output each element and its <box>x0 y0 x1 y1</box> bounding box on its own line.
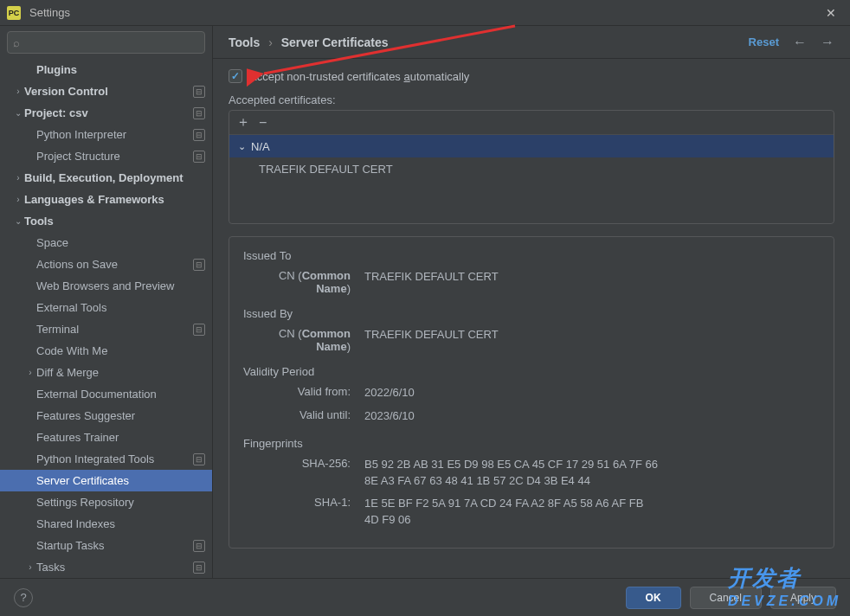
sidebar-item-python-integrated-tools[interactable]: Python Integrated Tools⊟ <box>0 448 212 470</box>
sidebar-item-label: Python Interpreter <box>36 128 190 141</box>
sidebar-item-server-certificates[interactable]: Server Certificates <box>0 470 212 491</box>
content-area: Accept non-trusted certificates automati… <box>213 59 850 578</box>
sidebar-item-label: Actions on Save <box>36 258 190 271</box>
app-icon: PC <box>7 6 21 20</box>
modified-icon: ⊟ <box>193 129 205 141</box>
accept-nontrusted-row[interactable]: Accept non-trusted certificates automati… <box>229 69 834 83</box>
search-field[interactable] <box>23 36 199 48</box>
sidebar-item-label: External Tools <box>36 301 205 314</box>
sidebar-item-diff-merge[interactable]: ›Diff & Merge <box>0 362 212 383</box>
cert-toolbar: ＋ − <box>229 111 834 135</box>
sidebar-item-label: Code With Me <box>36 344 205 357</box>
sidebar-item-code-with-me[interactable]: Code With Me <box>0 340 212 362</box>
ok-button[interactable]: OK <box>626 587 681 609</box>
sidebar: ⌕ Plugins›Version Control⊟⌄Project: csv⊟… <box>0 26 213 578</box>
cert-group-header[interactable]: ⌄ N/A <box>229 135 834 157</box>
sidebar-item-space[interactable]: Space <box>0 232 212 253</box>
sha1-value: 1E 5E BF F2 5A 91 7A CD 24 FA A2 8F A5 5… <box>364 496 659 529</box>
sha1-label: SHA-1: <box>243 496 364 529</box>
sidebar-item-project-structure[interactable]: Project Structure⊟ <box>0 145 212 167</box>
close-icon[interactable]: ✕ <box>819 3 843 23</box>
expander-icon: ⌄ <box>12 216 24 226</box>
valid-until-value: 2023/6/10 <box>364 408 659 425</box>
expander-icon: › <box>24 562 36 572</box>
issued-by-cn-value: TRAEFIK DEFAULT CERT <box>364 327 659 353</box>
breadcrumb-leaf: Server Certificates <box>281 35 389 49</box>
sidebar-item-build-execution-deployment[interactable]: ›Build, Execution, Deployment <box>0 167 212 189</box>
expander-icon: › <box>24 368 36 377</box>
modified-icon: ⊟ <box>193 151 205 163</box>
accept-nontrusted-checkbox[interactable] <box>229 69 242 83</box>
expander-icon: ⌄ <box>12 108 24 118</box>
expander-icon: › <box>12 173 24 183</box>
modified-icon: ⊟ <box>193 86 205 98</box>
sha256-label: SHA-256: <box>243 457 364 490</box>
sidebar-item-external-tools[interactable]: External Tools <box>0 297 212 318</box>
breadcrumb: Tools › Server Certificates <box>229 35 389 49</box>
expander-icon: › <box>12 195 24 204</box>
cancel-button[interactable]: Cancel <box>690 587 762 609</box>
sidebar-item-label: Settings Repository <box>36 496 205 509</box>
sidebar-item-actions-on-save[interactable]: Actions on Save⊟ <box>0 253 212 275</box>
valid-from-label: Valid from: <box>243 385 364 401</box>
sidebar-item-languages-frameworks[interactable]: ›Languages & Frameworks <box>0 189 212 210</box>
cert-row[interactable]: TRAEFIK DEFAULT CERT <box>229 157 834 180</box>
sidebar-item-python-interpreter[interactable]: Python Interpreter⊟ <box>0 124 212 145</box>
chevron-down-icon: ⌄ <box>238 141 246 152</box>
sidebar-item-tasks[interactable]: ›Tasks⊟ <box>0 556 212 578</box>
sidebar-item-label: Features Suggester <box>36 409 205 422</box>
sidebar-item-settings-repository[interactable]: Settings Repository <box>0 491 212 513</box>
sidebar-item-tools[interactable]: ⌄Tools <box>0 210 212 232</box>
help-button[interactable]: ? <box>14 588 33 607</box>
sidebar-item-version-control[interactable]: ›Version Control⊟ <box>0 80 212 102</box>
fingerprints-header: Fingerprints <box>243 437 820 450</box>
sidebar-item-label: Shared Indexes <box>36 517 205 530</box>
sidebar-item-label: Terminal <box>36 323 190 336</box>
main-header: Tools › Server Certificates Reset ← → <box>213 26 850 59</box>
breadcrumb-root[interactable]: Tools <box>229 35 260 49</box>
modified-icon: ⊟ <box>193 107 205 119</box>
sha256-value: B5 92 2B AB 31 E5 D9 98 E5 CA 45 CF 17 2… <box>364 457 659 490</box>
cert-group-label: N/A <box>251 140 270 153</box>
apply-button[interactable]: Apply <box>770 587 836 609</box>
sidebar-item-label: External Documentation <box>36 388 205 401</box>
add-cert-icon[interactable]: ＋ <box>236 113 250 132</box>
titlebar: PC Settings ✕ <box>0 0 850 26</box>
sidebar-item-plugins[interactable]: Plugins <box>0 59 212 80</box>
remove-cert-icon[interactable]: − <box>259 115 267 131</box>
valid-until-label: Valid until: <box>243 408 364 425</box>
footer: ? OK Cancel Apply <box>0 578 850 616</box>
sidebar-item-label: Python Integrated Tools <box>36 452 190 465</box>
sidebar-item-label: Version Control <box>24 85 190 98</box>
sidebar-item-project-csv[interactable]: ⌄Project: csv⊟ <box>0 102 212 124</box>
sidebar-item-label: Startup Tasks <box>36 539 190 552</box>
reset-link[interactable]: Reset <box>749 35 779 48</box>
sidebar-item-label: Project Structure <box>36 150 190 163</box>
issued-to-cn-label: CN (Common Name) <box>243 269 364 295</box>
expander-icon: › <box>12 87 24 96</box>
sidebar-item-label: Project: csv <box>24 106 190 119</box>
forward-arrow-icon[interactable]: → <box>821 35 834 50</box>
sidebar-item-web-browsers-and-preview[interactable]: Web Browsers and Preview <box>0 275 212 297</box>
sidebar-item-label: Plugins <box>36 63 205 76</box>
modified-icon: ⊟ <box>193 540 205 552</box>
valid-from-value: 2022/6/10 <box>364 385 659 401</box>
modified-icon: ⊟ <box>193 561 205 574</box>
accepted-certs-panel: ＋ − ⌄ N/A TRAEFIK DEFAULT CERT <box>229 110 834 224</box>
modified-icon: ⊟ <box>193 324 205 336</box>
sidebar-item-label: Diff & Merge <box>36 366 205 379</box>
sidebar-item-label: Server Certificates <box>36 474 205 487</box>
sidebar-item-terminal[interactable]: Terminal⊟ <box>0 318 212 340</box>
settings-tree: Plugins›Version Control⊟⌄Project: csv⊟Py… <box>0 59 212 578</box>
search-input[interactable]: ⌕ <box>7 31 205 54</box>
sidebar-item-external-documentation[interactable]: External Documentation <box>0 383 212 405</box>
issued-by-cn-label: CN (Common Name) <box>243 327 364 353</box>
back-arrow-icon[interactable]: ← <box>793 35 807 50</box>
sidebar-item-shared-indexes[interactable]: Shared Indexes <box>0 513 212 535</box>
modified-icon: ⊟ <box>193 453 205 465</box>
search-icon: ⌕ <box>13 36 20 49</box>
sidebar-item-label: Features Trainer <box>36 431 205 444</box>
sidebar-item-features-trainer[interactable]: Features Trainer <box>0 427 212 448</box>
sidebar-item-startup-tasks[interactable]: Startup Tasks⊟ <box>0 535 212 556</box>
sidebar-item-features-suggester[interactable]: Features Suggester <box>0 405 212 427</box>
